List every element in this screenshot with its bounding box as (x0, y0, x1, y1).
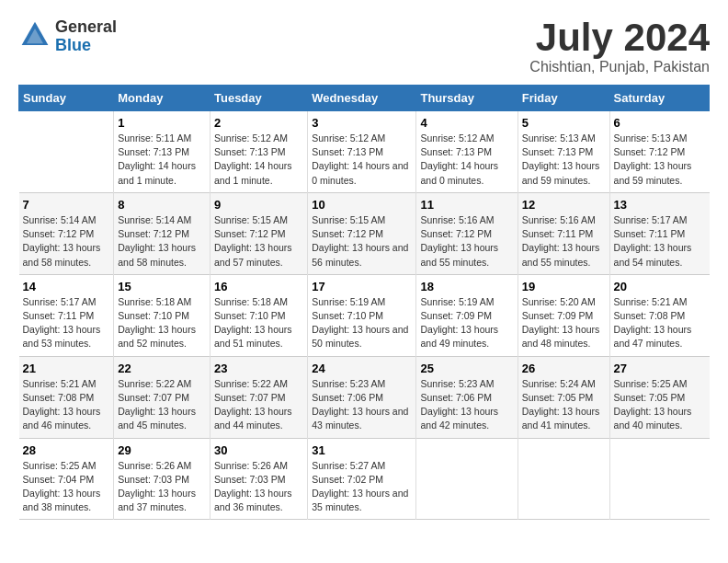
day-number: 10 (312, 198, 412, 212)
logo: General Blue (18, 18, 117, 55)
day-cell: 22Sunrise: 5:22 AMSunset: 7:07 PMDayligh… (114, 356, 210, 438)
day-cell: 29Sunrise: 5:26 AMSunset: 7:03 PMDayligh… (114, 438, 210, 520)
week-row-1: 1Sunrise: 5:11 AMSunset: 7:13 PMDaylight… (19, 111, 710, 193)
week-row-3: 14Sunrise: 5:17 AMSunset: 7:11 PMDayligh… (19, 274, 710, 356)
day-cell: 12Sunrise: 5:16 AMSunset: 7:11 PMDayligh… (518, 192, 609, 274)
day-info: Sunrise: 5:17 AMSunset: 7:11 PMDaylight:… (23, 295, 110, 351)
header-row: Sunday Monday Tuesday Wednesday Thursday… (19, 86, 710, 111)
day-number: 17 (312, 280, 412, 293)
day-number: 15 (118, 280, 206, 293)
page-header: General Blue July 2024 Chishtian, Punjab… (18, 18, 710, 75)
day-cell: 19Sunrise: 5:20 AMSunset: 7:09 PMDayligh… (518, 274, 609, 356)
day-info: Sunrise: 5:13 AMSunset: 7:13 PMDaylight:… (522, 132, 606, 188)
day-cell: 21Sunrise: 5:21 AMSunset: 7:08 PMDayligh… (19, 356, 114, 438)
day-number: 6 (614, 116, 706, 130)
header-wednesday: Wednesday (308, 86, 416, 111)
day-cell (518, 438, 609, 520)
day-cell: 8Sunrise: 5:14 AMSunset: 7:12 PMDaylight… (114, 192, 210, 274)
day-cell (609, 438, 709, 520)
day-number: 31 (312, 443, 412, 457)
day-number: 29 (118, 443, 206, 457)
day-number: 19 (522, 280, 606, 293)
day-cell: 30Sunrise: 5:26 AMSunset: 7:03 PMDayligh… (210, 438, 307, 520)
week-row-5: 28Sunrise: 5:25 AMSunset: 7:04 PMDayligh… (19, 438, 710, 520)
day-number: 12 (522, 198, 606, 212)
day-cell: 14Sunrise: 5:17 AMSunset: 7:11 PMDayligh… (19, 274, 114, 356)
day-cell (19, 111, 114, 193)
day-info: Sunrise: 5:18 AMSunset: 7:10 PMDaylight:… (118, 295, 206, 351)
week-row-2: 7Sunrise: 5:14 AMSunset: 7:12 PMDaylight… (19, 192, 710, 274)
day-cell: 24Sunrise: 5:23 AMSunset: 7:06 PMDayligh… (308, 356, 416, 438)
day-cell: 23Sunrise: 5:22 AMSunset: 7:07 PMDayligh… (210, 356, 307, 438)
day-cell: 27Sunrise: 5:25 AMSunset: 7:05 PMDayligh… (609, 356, 709, 438)
day-number: 23 (214, 362, 303, 375)
day-info: Sunrise: 5:23 AMSunset: 7:06 PMDaylight:… (420, 377, 513, 433)
day-number: 14 (23, 280, 110, 293)
title-block: July 2024 Chishtian, Punjab, Pakistan (529, 18, 710, 75)
day-number: 30 (214, 443, 303, 457)
day-number: 25 (420, 362, 513, 375)
week-row-4: 21Sunrise: 5:21 AMSunset: 7:08 PMDayligh… (19, 356, 710, 438)
day-info: Sunrise: 5:11 AMSunset: 7:13 PMDaylight:… (118, 132, 206, 188)
logo-general: General (55, 18, 117, 37)
day-cell: 18Sunrise: 5:19 AMSunset: 7:09 PMDayligh… (416, 274, 518, 356)
header-saturday: Saturday (609, 86, 709, 111)
logo-text: General Blue (55, 18, 117, 55)
day-number: 21 (23, 362, 110, 375)
day-cell: 13Sunrise: 5:17 AMSunset: 7:11 PMDayligh… (609, 192, 709, 274)
day-info: Sunrise: 5:19 AMSunset: 7:10 PMDaylight:… (312, 295, 412, 351)
day-number: 13 (614, 198, 706, 212)
calendar-table: Sunday Monday Tuesday Wednesday Thursday… (18, 85, 710, 520)
day-info: Sunrise: 5:14 AMSunset: 7:12 PMDaylight:… (23, 213, 110, 270)
day-info: Sunrise: 5:19 AMSunset: 7:09 PMDaylight:… (420, 295, 513, 351)
day-info: Sunrise: 5:20 AMSunset: 7:09 PMDaylight:… (522, 295, 606, 351)
day-cell: 4Sunrise: 5:12 AMSunset: 7:13 PMDaylight… (416, 111, 518, 193)
day-info: Sunrise: 5:21 AMSunset: 7:08 PMDaylight:… (614, 295, 706, 351)
header-sunday: Sunday (19, 86, 114, 111)
day-number: 20 (614, 280, 706, 293)
day-number: 2 (214, 116, 303, 130)
day-number: 3 (312, 116, 412, 130)
day-info: Sunrise: 5:16 AMSunset: 7:11 PMDaylight:… (522, 213, 606, 270)
day-cell: 10Sunrise: 5:15 AMSunset: 7:12 PMDayligh… (308, 192, 416, 274)
day-info: Sunrise: 5:15 AMSunset: 7:12 PMDaylight:… (214, 213, 303, 270)
day-number: 28 (23, 443, 110, 457)
day-number: 24 (312, 362, 412, 375)
day-cell: 5Sunrise: 5:13 AMSunset: 7:13 PMDaylight… (518, 111, 609, 193)
day-info: Sunrise: 5:13 AMSunset: 7:12 PMDaylight:… (614, 132, 706, 188)
day-number: 27 (614, 362, 706, 375)
day-cell: 26Sunrise: 5:24 AMSunset: 7:05 PMDayligh… (518, 356, 609, 438)
day-info: Sunrise: 5:17 AMSunset: 7:11 PMDaylight:… (614, 213, 706, 270)
day-cell: 9Sunrise: 5:15 AMSunset: 7:12 PMDaylight… (210, 192, 307, 274)
day-cell (416, 438, 518, 520)
day-number: 8 (118, 198, 206, 212)
day-cell: 1Sunrise: 5:11 AMSunset: 7:13 PMDaylight… (114, 111, 210, 193)
day-info: Sunrise: 5:15 AMSunset: 7:12 PMDaylight:… (312, 213, 412, 270)
day-info: Sunrise: 5:14 AMSunset: 7:12 PMDaylight:… (118, 213, 206, 270)
day-cell: 3Sunrise: 5:12 AMSunset: 7:13 PMDaylight… (308, 111, 416, 193)
day-info: Sunrise: 5:22 AMSunset: 7:07 PMDaylight:… (214, 377, 303, 433)
day-cell: 6Sunrise: 5:13 AMSunset: 7:12 PMDaylight… (609, 111, 709, 193)
day-info: Sunrise: 5:18 AMSunset: 7:10 PMDaylight:… (214, 295, 303, 351)
day-info: Sunrise: 5:22 AMSunset: 7:07 PMDaylight:… (118, 377, 206, 433)
day-cell: 15Sunrise: 5:18 AMSunset: 7:10 PMDayligh… (114, 274, 210, 356)
header-monday: Monday (114, 86, 210, 111)
location-title: Chishtian, Punjab, Pakistan (529, 59, 710, 75)
day-info: Sunrise: 5:12 AMSunset: 7:13 PMDaylight:… (312, 132, 412, 188)
header-thursday: Thursday (416, 86, 518, 111)
day-number: 16 (214, 280, 303, 293)
day-cell: 17Sunrise: 5:19 AMSunset: 7:10 PMDayligh… (308, 274, 416, 356)
day-cell: 16Sunrise: 5:18 AMSunset: 7:10 PMDayligh… (210, 274, 307, 356)
day-number: 1 (118, 116, 206, 130)
logo-icon (18, 20, 51, 53)
day-cell: 25Sunrise: 5:23 AMSunset: 7:06 PMDayligh… (416, 356, 518, 438)
day-number: 9 (214, 198, 303, 212)
day-cell: 20Sunrise: 5:21 AMSunset: 7:08 PMDayligh… (609, 274, 709, 356)
day-info: Sunrise: 5:26 AMSunset: 7:03 PMDaylight:… (118, 459, 206, 515)
day-info: Sunrise: 5:26 AMSunset: 7:03 PMDaylight:… (214, 459, 303, 515)
day-number: 5 (522, 116, 606, 130)
logo-blue: Blue (55, 37, 117, 55)
day-info: Sunrise: 5:21 AMSunset: 7:08 PMDaylight:… (23, 377, 110, 433)
day-cell: 11Sunrise: 5:16 AMSunset: 7:12 PMDayligh… (416, 192, 518, 274)
day-info: Sunrise: 5:16 AMSunset: 7:12 PMDaylight:… (420, 213, 513, 270)
